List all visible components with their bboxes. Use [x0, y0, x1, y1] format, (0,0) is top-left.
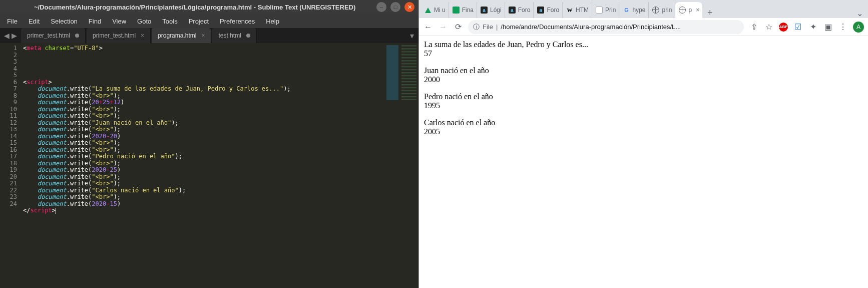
output-line: 1995 — [424, 101, 863, 110]
menu-goto[interactable]: Goto — [132, 16, 156, 27]
window-title: ~/Documents/Alura-programación/Principia… — [4, 4, 372, 11]
output-line: Juan nació en el año — [424, 66, 863, 75]
new-tab-button[interactable]: + — [702, 8, 717, 18]
line-number: 18 — [0, 160, 17, 167]
tab-programa[interactable]: programa.html× — [152, 28, 211, 43]
globe-icon — [678, 6, 686, 14]
minimap[interactable] — [386, 45, 416, 100]
line-number: 22 — [0, 187, 17, 194]
line-number: 10 — [0, 106, 17, 113]
nav-fwd-icon[interactable]: ▶ — [12, 32, 17, 40]
menu-find[interactable]: Find — [84, 16, 106, 27]
scheme-label: File — [483, 23, 493, 31]
line-number: 5 — [0, 72, 17, 79]
wikipedia-icon: W — [566, 6, 574, 14]
line-number: 14 — [0, 133, 17, 140]
address-bar[interactable]: ⓘ File | /home/andre/Documents/Alura-pro… — [468, 20, 744, 34]
close-icon[interactable]: × — [141, 32, 144, 39]
menubar: File Edit Selection Find View Goto Tools… — [0, 14, 418, 28]
extensions-icon[interactable]: ✦ — [808, 22, 818, 32]
menu-file[interactable]: File — [2, 16, 23, 27]
toolbar-right: ⇪ ☆ ABP ☑ ✦ ▣ ⋮ A — [749, 22, 864, 33]
back-button[interactable]: ← — [423, 23, 433, 32]
output-line: La suma de las edades de Juan, Pedro y C… — [424, 40, 863, 49]
maximize-button[interactable]: □ — [390, 2, 400, 12]
tabbar: ◀▶ primer_test.html primer_test.html× pr… — [0, 28, 418, 43]
minimize-button[interactable]: – — [376, 2, 386, 12]
tab-label: primer_test.html — [27, 32, 70, 39]
line-number: 7 — [0, 86, 17, 93]
reload-button[interactable]: ⟳ — [453, 22, 463, 32]
sublime-window: ~/Documents/Alura-programación/Principia… — [0, 0, 418, 288]
document-icon — [595, 6, 603, 14]
line-number: 13 — [0, 126, 17, 133]
line-number: 2 — [0, 52, 17, 59]
tab-label: test.html — [218, 32, 241, 39]
bookmark-icon[interactable]: ☆ — [764, 22, 774, 32]
line-number: 17 — [0, 153, 17, 160]
browser-tab-doc[interactable]: Prin — [592, 2, 619, 18]
line-number: 16 — [0, 147, 17, 154]
alura-icon: a — [508, 6, 516, 14]
editor[interactable]: 1 2 3 4 5 6 7 8 9 10 11 12 13 14 15 16 1… — [0, 43, 418, 288]
tab-overflow-button[interactable]: ▾ — [405, 28, 418, 43]
share-icon[interactable]: ⇪ — [749, 22, 759, 32]
line-number: 19 — [0, 167, 17, 174]
output-line: Carlos nació en el año — [424, 118, 863, 127]
browser-tab-alura-2[interactable]: aForo — [505, 2, 534, 18]
menu-project[interactable]: Project — [184, 16, 214, 27]
titlebar: ~/Documents/Alura-programación/Principia… — [0, 0, 418, 14]
menu-view[interactable]: View — [107, 16, 131, 27]
menu-help[interactable]: Help — [261, 16, 284, 27]
close-button[interactable]: ✕ — [404, 2, 414, 12]
tab-nav-arrows[interactable]: ◀▶ — [0, 28, 21, 43]
nav-back-icon[interactable]: ◀ — [4, 32, 10, 40]
tab-primer-test-1[interactable]: primer_test.html — [21, 28, 86, 43]
line-number: 21 — [0, 180, 17, 187]
browser-tab-active[interactable]: p× — [675, 2, 702, 18]
sheets-icon — [452, 6, 460, 14]
line-number: 15 — [0, 140, 17, 147]
dirty-dot-icon — [75, 34, 79, 38]
browser-tab-wiki[interactable]: WHTM — [563, 2, 592, 18]
line-number: 3 — [0, 59, 17, 66]
browser-tab-sheets[interactable]: Fina — [449, 2, 477, 18]
tab-test[interactable]: test.html — [212, 28, 256, 43]
line-number: 1 — [0, 45, 17, 52]
browser-tab-alura-3[interactable]: aForo — [534, 2, 563, 18]
url-path: /home/andre/Documents/Alura-programación… — [501, 23, 681, 31]
menu-preferences[interactable]: Preferences — [215, 16, 260, 27]
tab-primer-test-2[interactable]: primer_test.html× — [87, 28, 151, 43]
close-icon[interactable]: × — [201, 32, 205, 39]
line-number: 6 — [0, 79, 17, 86]
page-content: La suma de las edades de Juan, Pedro y C… — [419, 36, 868, 288]
sidepanel-icon[interactable]: ▣ — [823, 22, 833, 32]
menu-tools[interactable]: Tools — [157, 16, 182, 27]
profile-avatar[interactable]: A — [853, 22, 864, 33]
browser-tab-globe-1[interactable]: prin — [649, 2, 675, 18]
drive-icon — [424, 6, 432, 14]
line-number: 8 — [0, 93, 17, 100]
menu-edit[interactable]: Edit — [24, 16, 45, 27]
menu-icon[interactable]: ⋮ — [838, 22, 848, 32]
browser-tab-google[interactable]: Ghype — [619, 2, 649, 18]
tab-overflow-icon[interactable]: ⌄ — [851, 9, 868, 18]
extension-check-icon[interactable]: ☑ — [793, 22, 803, 32]
line-number: 12 — [0, 120, 17, 127]
browser-tab-alura-1[interactable]: aLógi — [477, 2, 505, 18]
line-number: 24 — [0, 201, 17, 208]
browser-tab-drive[interactable]: Mi u — [421, 2, 449, 18]
line-number: 9 — [0, 99, 17, 106]
menu-selection[interactable]: Selection — [46, 16, 82, 27]
forward-button[interactable]: → — [438, 23, 448, 32]
adblock-icon[interactable]: ABP — [779, 23, 788, 32]
close-icon[interactable]: × — [696, 7, 699, 14]
tab-label: programa.html — [158, 32, 196, 39]
tab-label: primer_test.html — [93, 32, 136, 39]
info-icon[interactable]: ⓘ — [473, 23, 480, 32]
output-line: Pedro nació en el año — [424, 92, 863, 101]
output-line: 57 — [424, 49, 863, 58]
google-icon: G — [622, 6, 630, 14]
code-area[interactable]: <meta charset="UTF-8"> <script> document… — [21, 43, 418, 288]
browser-window: Mi u Fina aLógi aForo aForo WHTM Prin Gh… — [418, 0, 868, 288]
